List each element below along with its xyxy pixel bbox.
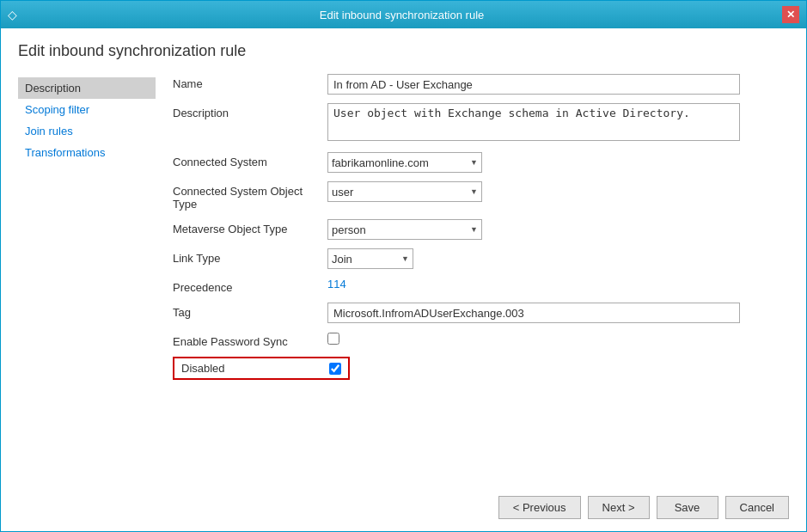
disabled-row: Disabled bbox=[173, 357, 350, 380]
metaverse-type-row: Metaverse Object Type person bbox=[173, 219, 789, 240]
connected-system-select-wrapper: fabrikamonline.com bbox=[327, 152, 482, 173]
description-label: Description bbox=[173, 103, 327, 119]
form-area: Name Description User object with Exchan… bbox=[156, 74, 789, 483]
disabled-label: Disabled bbox=[181, 362, 329, 375]
main-window: ◇ Edit inbound synchronization rule ✕ Ed… bbox=[0, 0, 807, 532]
object-type-value-container: user bbox=[327, 181, 789, 202]
password-sync-value-container bbox=[327, 333, 789, 347]
name-value-container bbox=[327, 74, 789, 95]
metaverse-type-select[interactable]: person bbox=[327, 219, 482, 240]
sidebar-item-description[interactable]: Description bbox=[18, 77, 156, 99]
object-type-row: Connected System Object Type user bbox=[173, 181, 789, 211]
password-sync-label: Enable Password Sync bbox=[173, 332, 327, 348]
metaverse-type-select-wrapper: person bbox=[327, 219, 482, 240]
tag-value-container bbox=[327, 303, 789, 323]
link-type-value-container: Join bbox=[327, 248, 789, 269]
previous-button[interactable]: < Previous bbox=[498, 496, 581, 519]
cancel-button[interactable]: Cancel bbox=[725, 496, 789, 519]
precedence-value: 114 bbox=[327, 274, 346, 290]
window-body: Edit inbound synchronization rule Descri… bbox=[1, 28, 806, 483]
password-sync-checkbox[interactable] bbox=[327, 333, 339, 345]
description-row: Description User object with Exchange sc… bbox=[173, 103, 789, 144]
connected-system-row: Connected System fabrikamonline.com bbox=[173, 152, 789, 173]
close-button[interactable]: ✕ bbox=[782, 6, 799, 23]
metaverse-type-label: Metaverse Object Type bbox=[173, 219, 327, 235]
tag-input[interactable] bbox=[327, 303, 740, 323]
link-type-select-wrapper: Join bbox=[327, 248, 413, 269]
object-type-select[interactable]: user bbox=[327, 181, 482, 202]
description-input[interactable]: User object with Exchange schema in Acti… bbox=[327, 103, 740, 141]
title-bar: ◇ Edit inbound synchronization rule ✕ bbox=[1, 1, 806, 28]
precedence-label: Precedence bbox=[173, 278, 327, 294]
connected-system-value-container: fabrikamonline.com bbox=[327, 152, 789, 173]
password-sync-row: Enable Password Sync bbox=[173, 332, 789, 348]
metaverse-type-value-container: person bbox=[327, 219, 789, 240]
sidebar-item-transformations[interactable]: Transformations bbox=[18, 142, 156, 163]
window-title: Edit inbound synchronization rule bbox=[21, 9, 782, 21]
footer: < Previous Next > Save Cancel bbox=[1, 483, 806, 531]
tag-label: Tag bbox=[173, 303, 327, 319]
sidebar-item-join-rules[interactable]: Join rules bbox=[18, 120, 156, 142]
disabled-checkbox[interactable] bbox=[329, 363, 341, 375]
page-title: Edit inbound synchronization rule bbox=[18, 42, 789, 60]
content-area: Description Scoping filter Join rules Tr… bbox=[18, 74, 789, 483]
link-type-label: Link Type bbox=[173, 248, 327, 265]
description-value-container: User object with Exchange schema in Acti… bbox=[327, 103, 789, 144]
name-input[interactable] bbox=[327, 74, 740, 95]
name-label: Name bbox=[173, 74, 327, 90]
link-type-row: Link Type Join bbox=[173, 248, 789, 269]
save-button[interactable]: Save bbox=[657, 496, 718, 519]
connected-system-label: Connected System bbox=[173, 152, 327, 168]
precedence-value-container: 114 bbox=[327, 278, 789, 290]
name-row: Name bbox=[173, 74, 789, 95]
link-type-select[interactable]: Join bbox=[327, 248, 413, 269]
tag-row: Tag bbox=[173, 303, 789, 323]
object-type-select-wrapper: user bbox=[327, 181, 482, 202]
sidebar: Description Scoping filter Join rules Tr… bbox=[18, 74, 156, 483]
precedence-row: Precedence 114 bbox=[173, 278, 789, 294]
window-icon: ◇ bbox=[8, 8, 21, 21]
next-button[interactable]: Next > bbox=[588, 496, 650, 519]
object-type-label: Connected System Object Type bbox=[173, 181, 327, 211]
sidebar-item-scoping-filter[interactable]: Scoping filter bbox=[18, 99, 156, 120]
connected-system-select[interactable]: fabrikamonline.com bbox=[327, 152, 482, 173]
